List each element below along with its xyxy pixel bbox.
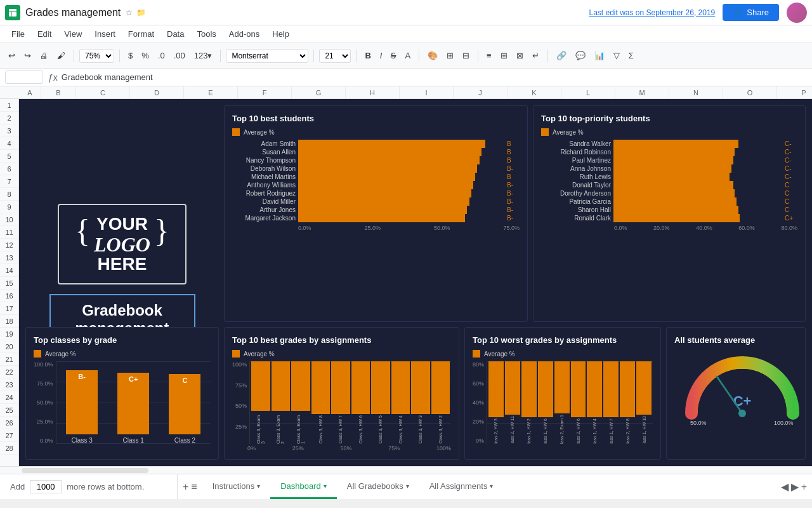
strikethrough-button[interactable]: S̶ bbox=[388, 48, 399, 63]
align-center-button[interactable]: ⊞ bbox=[497, 48, 511, 63]
add-sheet-button[interactable]: + bbox=[183, 481, 188, 493]
tab-instructions-arrow[interactable]: ▾ bbox=[257, 483, 260, 490]
top-priority-student-row: Dorothy Anderson C bbox=[541, 189, 797, 197]
tab-gradebooks-label: All Gradebooks bbox=[347, 481, 403, 491]
nav-forward-button[interactable]: ▶ bbox=[791, 481, 799, 493]
gauge-container: C+ 50.0% 100.0% bbox=[679, 350, 793, 413]
top-best-students-chart: Top 10 best students Average % Adam Smit… bbox=[224, 105, 528, 322]
col-g: G bbox=[292, 86, 346, 98]
menu-help[interactable]: Help bbox=[266, 27, 296, 41]
fill-color-button[interactable]: 🎨 bbox=[424, 48, 441, 63]
worst-grades-title: Top 10 worst grades by assignments bbox=[473, 335, 653, 345]
top-best-student-row: Susan Allen B bbox=[232, 148, 520, 156]
align-left-button[interactable]: ≡ bbox=[483, 48, 495, 63]
valign-button[interactable]: ⊠ bbox=[513, 48, 527, 63]
menu-insert[interactable]: Insert bbox=[88, 27, 122, 41]
col-i: I bbox=[400, 86, 454, 98]
filter-button[interactable]: ▽ bbox=[610, 48, 623, 63]
cell-reference-input[interactable] bbox=[5, 70, 43, 84]
formula-bar: ƒx Gradebook management bbox=[0, 69, 812, 86]
top-best-student-row: Margaret Jackson B- bbox=[232, 214, 520, 222]
top-best-student-row: Arthur Jones B- bbox=[232, 206, 520, 214]
link-button[interactable]: 🔗 bbox=[553, 48, 570, 63]
currency-button[interactable]: $ bbox=[125, 48, 136, 63]
print-button[interactable]: 🖨 bbox=[37, 48, 51, 63]
top-priority-legend: Average % bbox=[541, 128, 797, 136]
best-grade-bar: B- Class 3, HW 5 bbox=[371, 361, 390, 444]
tab-assignments-arrow[interactable]: ▾ bbox=[490, 483, 493, 490]
nav-back-button[interactable]: ◀ bbox=[781, 481, 789, 493]
worst-grade-bar: C- lass 1, HW 6 bbox=[538, 361, 553, 444]
svg-text:50.0%: 50.0% bbox=[690, 420, 707, 426]
add-label: Add bbox=[10, 482, 25, 491]
top-best-student-row: Adam Smith B bbox=[232, 140, 520, 148]
decimal-dec-button[interactable]: .0 bbox=[155, 48, 168, 63]
menu-view[interactable]: View bbox=[58, 27, 88, 41]
bold-button[interactable]: B bbox=[362, 48, 374, 63]
logo-box: { YOUR LOGO HERE } bbox=[58, 204, 187, 285]
top-best-student-row: Robert Rodriguez B- bbox=[232, 189, 520, 197]
merge-button[interactable]: ⊟ bbox=[459, 48, 473, 63]
redo-button[interactable]: ↪ bbox=[21, 48, 34, 63]
best-grades-title: Top 10 best grades by assignments bbox=[232, 335, 451, 345]
formula-icon: ƒx bbox=[48, 72, 58, 83]
tab-gradebooks-arrow[interactable]: ▾ bbox=[406, 483, 409, 490]
top-priority-axis: 0.0%20.0%40.0%60.0%80.0% bbox=[541, 225, 797, 231]
folder-icon[interactable]: 📁 bbox=[136, 8, 146, 17]
tab-dashboard-label: Dashboard bbox=[280, 481, 321, 491]
borders-button[interactable]: ⊞ bbox=[443, 48, 457, 63]
gauge-svg: C+ 50.0% 100.0% bbox=[679, 350, 806, 426]
col-b: B bbox=[41, 86, 76, 98]
chart-button[interactable]: 📊 bbox=[591, 48, 608, 63]
tab-instructions-label: Instructions bbox=[213, 481, 254, 491]
top-bar: Grades management ☆ 📁 Last edit was on S… bbox=[0, 0, 812, 25]
file-title: Grades management bbox=[25, 7, 121, 18]
rows-input[interactable] bbox=[30, 480, 62, 493]
best-grade-bar: B- Class 3, HW 8 bbox=[311, 361, 331, 444]
function-button[interactable]: Σ bbox=[625, 48, 637, 63]
undo-button[interactable]: ↩ bbox=[5, 48, 18, 63]
zoom-select[interactable]: 75% bbox=[79, 49, 114, 63]
star-icon[interactable]: ☆ bbox=[126, 8, 133, 17]
menu-edit[interactable]: Edit bbox=[31, 27, 58, 41]
paint-format-button[interactable]: 🖌 bbox=[54, 48, 69, 63]
explore-button[interactable]: + bbox=[801, 481, 807, 493]
comment-button[interactable]: 💬 bbox=[572, 48, 589, 63]
sheets-menu-button[interactable]: ≡ bbox=[191, 481, 197, 493]
menu-addons[interactable]: Add-ons bbox=[223, 27, 266, 41]
scrollbar-thumb[interactable] bbox=[22, 468, 148, 473]
dashboard: { YOUR LOGO HERE } Gradebook management … bbox=[19, 99, 812, 466]
menu-bar: File Edit View Insert Format Data Tools … bbox=[0, 25, 812, 43]
tab-instructions[interactable]: Instructions ▾ bbox=[202, 474, 270, 499]
best-grade-bar: B- Class 3, HW 6 bbox=[351, 361, 370, 444]
col-n: N bbox=[669, 86, 723, 98]
menu-data[interactable]: Data bbox=[160, 27, 190, 41]
menu-file[interactable]: File bbox=[5, 27, 31, 41]
share-button[interactable]: 👤 Share bbox=[723, 4, 779, 21]
text-wrap-button[interactable]: ↵ bbox=[529, 48, 542, 63]
tab-gradebooks[interactable]: All Gradebooks ▾ bbox=[337, 474, 419, 499]
tab-dashboard-arrow[interactable]: ▾ bbox=[324, 483, 327, 490]
col-a: A bbox=[19, 86, 41, 98]
col-j: J bbox=[454, 86, 508, 98]
column-header-strip: A B C D E F G H I J K L M N O P Q bbox=[0, 86, 812, 99]
format-more-button[interactable]: 123▾ bbox=[191, 48, 216, 63]
italic-button[interactable]: I bbox=[377, 48, 386, 63]
nav-controls: ◀ ▶ + bbox=[776, 474, 812, 499]
font-select[interactable]: Montserrat bbox=[226, 49, 308, 63]
font-color-button[interactable]: A bbox=[402, 48, 414, 63]
svg-text:C+: C+ bbox=[733, 393, 752, 409]
menu-tools[interactable]: Tools bbox=[190, 27, 222, 41]
best-grades-chart-area: 100%75%50%25% B Class 3, Exam 3 B Class … bbox=[232, 361, 451, 444]
decimal-inc-button[interactable]: .00 bbox=[171, 48, 188, 63]
tab-assignments[interactable]: All Assignments ▾ bbox=[419, 474, 504, 499]
horizontal-scrollbar[interactable] bbox=[0, 466, 812, 474]
percent-button[interactable]: % bbox=[138, 48, 152, 63]
class2-bar: C bbox=[169, 374, 200, 434]
col-f: F bbox=[238, 86, 292, 98]
menu-format[interactable]: Format bbox=[122, 27, 160, 41]
font-size-select[interactable]: 21 bbox=[319, 49, 351, 63]
top-classes-chart: Top classes by grade Average % 100.0%75.… bbox=[25, 327, 219, 460]
gauge-panel: All students average bbox=[666, 327, 806, 460]
tab-dashboard[interactable]: Dashboard ▾ bbox=[270, 474, 337, 499]
